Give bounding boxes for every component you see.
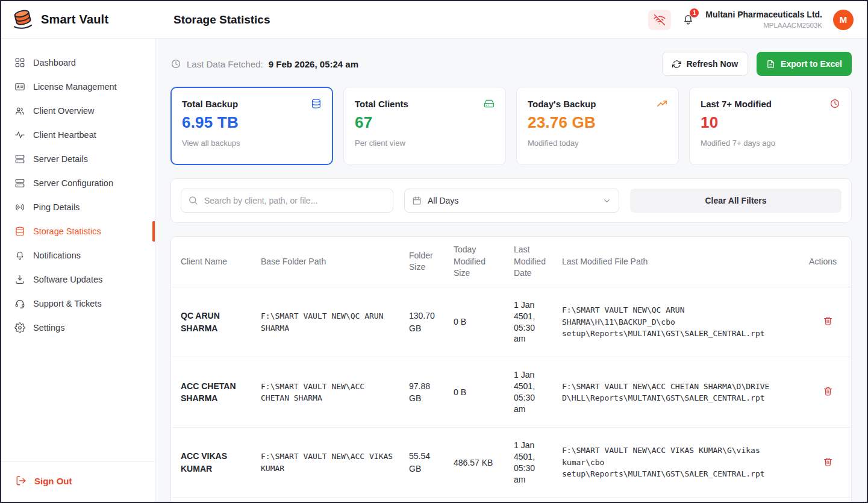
stat-value: 10 xyxy=(701,113,840,132)
stat-subtitle: Modified today xyxy=(528,139,667,148)
table-row: QC ARUN SHARMA F:\SMART VAULT NEW\QC ARU… xyxy=(171,287,851,357)
notification-badge: 1 xyxy=(690,8,699,17)
server-icon xyxy=(14,154,25,164)
cell-base-folder-path: F:\SMART VAULT NEW\QC ARUN SHARMA xyxy=(254,287,402,357)
notifications-bell-icon[interactable]: 1 xyxy=(682,13,695,26)
search-box xyxy=(181,189,393,213)
sidebar-item-server-details[interactable]: Server Details xyxy=(1,147,155,171)
clock-icon xyxy=(170,58,181,69)
cell-folder-size xyxy=(402,498,446,502)
sidebar: Dashboard License Management Client Over… xyxy=(1,39,155,502)
col-folder-size: Folder Size xyxy=(402,237,446,287)
stat-card-total-clients[interactable]: Total Clients 67 Per client view xyxy=(343,87,506,165)
bell-icon xyxy=(14,250,25,261)
cell-base-folder-path xyxy=(254,498,402,502)
sidebar-item-license-management[interactable]: License Management xyxy=(1,75,155,99)
main-content: Last Data Fetched: 9 Feb 2026, 05:24 am … xyxy=(155,39,867,502)
cell-today-modified-size xyxy=(446,498,507,502)
col-actions: Actions xyxy=(796,237,851,287)
trash-icon xyxy=(823,457,833,467)
fetch-row: Last Data Fetched: 9 Feb 2026, 05:24 am … xyxy=(170,52,852,76)
stat-value: 23.76 GB xyxy=(528,113,667,132)
sidebar-item-notifications[interactable]: Notifications xyxy=(1,243,155,267)
sidebar-item-software-updates[interactable]: Software Updates xyxy=(1,267,155,292)
calendar-icon xyxy=(412,196,422,205)
clock-icon xyxy=(829,98,840,109)
export-file-icon xyxy=(766,60,775,69)
delete-button[interactable] xyxy=(822,314,834,327)
chevron-down-icon xyxy=(602,196,611,205)
stat-card-last-7-modified[interactable]: Last 7+ Modified 10 Modified 7+ days ago xyxy=(689,87,852,165)
database-icon xyxy=(311,98,322,109)
col-base-folder-path: Base Folder Path xyxy=(254,237,402,287)
col-today-modified-size: Today Modified Size xyxy=(446,237,507,287)
sidebar-item-settings[interactable]: Settings xyxy=(1,316,155,340)
sidebar-item-label: Settings xyxy=(33,323,64,333)
export-to-excel-button[interactable]: Export to Excel xyxy=(757,52,852,76)
sidebar-item-ping-details[interactable]: Ping Details xyxy=(1,195,155,219)
col-last-modified-file-path: Last Modified File Path xyxy=(555,237,796,287)
refresh-icon xyxy=(672,60,681,69)
cell-client-name xyxy=(171,498,254,502)
day-filter-value: All Days xyxy=(428,196,458,205)
connection-offline-icon[interactable] xyxy=(648,10,671,30)
sidebar-item-label: Server Details xyxy=(33,154,88,164)
stat-subtitle: View all backups xyxy=(182,139,322,148)
trash-icon xyxy=(823,386,833,396)
search-icon xyxy=(188,195,198,205)
stat-value: 6.95 TB xyxy=(182,113,322,132)
sidebar-item-dashboard[interactable]: Dashboard xyxy=(1,51,155,75)
refresh-now-button[interactable]: Refresh Now xyxy=(662,52,749,76)
sidebar-item-label: Software Updates xyxy=(33,275,102,284)
sign-out-area: Sign Out xyxy=(1,461,155,502)
avatar[interactable]: M xyxy=(833,10,854,30)
stat-title: Total Backup xyxy=(182,99,238,109)
license-icon xyxy=(14,81,25,92)
sidebar-item-storage-statistics[interactable]: Storage Statistics xyxy=(1,219,155,243)
heartbeat-icon xyxy=(14,130,25,140)
stat-value: 67 xyxy=(355,113,495,132)
stat-card-todays-backup[interactable]: Today's Backup 23.76 GB Modified today xyxy=(516,87,679,165)
clients-icon xyxy=(14,105,25,116)
storage-table-card: Client Name Base Folder Path Folder Size… xyxy=(170,236,852,502)
page-title: Storage Statistics xyxy=(173,13,270,27)
sidebar-item-server-configuration[interactable]: Server Configuration xyxy=(1,171,155,195)
sidebar-item-label: Dashboard xyxy=(33,58,76,67)
table-row: ACC CHETAN SHARMA F:\SMART VAULT NEW\ACC… xyxy=(171,357,851,428)
trend-up-icon xyxy=(657,98,667,109)
sign-out-button[interactable]: Sign Out xyxy=(1,469,155,492)
company-info: Multani Pharmaceuticals Ltd. MPLAAACM250… xyxy=(705,10,822,30)
app-window: Smart Vault Storage Statistics 1 Multani… xyxy=(0,0,868,503)
cell-today-modified-size: 0 B xyxy=(446,357,507,428)
sidebar-item-support-tickets[interactable]: Support & Tickets xyxy=(1,292,155,316)
brand: Smart Vault xyxy=(1,7,155,33)
cell-last-modified-date: 1 Jan 4501, 05:30 am xyxy=(507,357,555,428)
cell-last-modified-file-path: F:\SMART VAULT NEW\ACC VIKAS KUMAR\G\vik… xyxy=(555,427,796,498)
cell-last-modified-date: 1 Jan 4501, 05:30 am xyxy=(507,427,555,498)
company-name: Multani Pharmaceuticals Ltd. xyxy=(705,10,822,20)
stat-subtitle: Modified 7+ days ago xyxy=(701,139,840,148)
col-client-name: Client Name xyxy=(171,237,254,287)
top-bar: Smart Vault Storage Statistics 1 Multani… xyxy=(1,1,867,39)
clear-all-filters-button[interactable]: Clear All Filters xyxy=(630,189,841,213)
search-input[interactable] xyxy=(181,189,393,213)
sidebar-item-client-overview[interactable]: Client Overview xyxy=(1,99,155,123)
delete-button[interactable] xyxy=(822,455,834,468)
download-icon xyxy=(14,274,25,285)
cell-last-modified-date: 1 Jan 4501, 05:30 am xyxy=(507,287,555,357)
last-fetched-value: 9 Feb 2026, 05:24 am xyxy=(269,59,358,69)
delete-button[interactable] xyxy=(822,385,834,398)
sidebar-item-label: Server Configuration xyxy=(33,178,113,188)
cell-today-modified-size: 0 B xyxy=(446,287,507,357)
stat-title: Today's Backup xyxy=(528,99,596,109)
storage-table: Client Name Base Folder Path Folder Size… xyxy=(171,237,851,502)
sidebar-item-client-heartbeat[interactable]: Client Heartbeat xyxy=(1,123,155,147)
drive-icon xyxy=(484,98,495,109)
day-filter-select[interactable]: All Days xyxy=(404,189,619,213)
cell-folder-size: 130.70 GB xyxy=(402,287,446,357)
stat-card-total-backup[interactable]: Total Backup 6.95 TB View all backups xyxy=(170,87,333,165)
cell-client-name: ACC VIKAS KUMAR xyxy=(171,427,254,498)
cell-client-name: QC ARUN SHARMA xyxy=(171,287,254,357)
stat-subtitle: Per client view xyxy=(355,139,495,148)
cell-last-modified-file-path xyxy=(555,498,796,502)
